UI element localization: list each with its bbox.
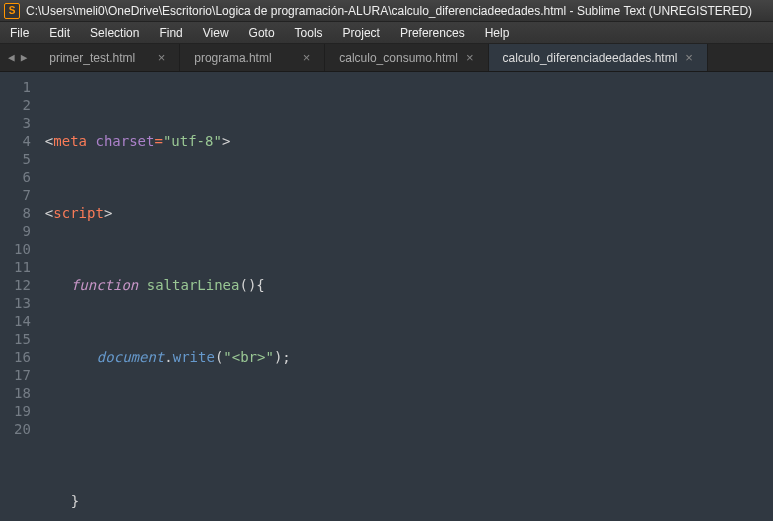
- tab-primer-test[interactable]: primer_test.html ×: [35, 44, 180, 71]
- tab-programa[interactable]: programa.html ×: [180, 44, 325, 71]
- code-line: function saltarLinea(){: [45, 276, 773, 294]
- menu-edit[interactable]: Edit: [39, 23, 80, 43]
- tabbar: ◀ ▶ primer_test.html × programa.html × c…: [0, 44, 773, 72]
- tab-calculo-diferencia[interactable]: calculo_diferenciadeedades.html ×: [489, 44, 708, 71]
- close-icon[interactable]: ×: [685, 50, 693, 65]
- code-line: }: [45, 492, 773, 510]
- menu-view[interactable]: View: [193, 23, 239, 43]
- close-icon[interactable]: ×: [466, 50, 474, 65]
- line-number: 1: [14, 78, 31, 96]
- line-number: 6: [14, 168, 31, 186]
- code-area[interactable]: <meta charset="utf-8"> <script> function…: [41, 72, 773, 521]
- line-number: 11: [14, 258, 31, 276]
- tab-label: programa.html: [194, 51, 294, 65]
- line-number: 5: [14, 150, 31, 168]
- menu-help[interactable]: Help: [475, 23, 520, 43]
- line-number: 18: [14, 384, 31, 402]
- code-line: <meta charset="utf-8">: [45, 132, 773, 150]
- line-number: 16: [14, 348, 31, 366]
- menu-preferences[interactable]: Preferences: [390, 23, 475, 43]
- line-number: 9: [14, 222, 31, 240]
- line-number: 20: [14, 420, 31, 438]
- titlebar: S C:\Users\meli0\OneDrive\Escritorio\Log…: [0, 0, 773, 22]
- line-number: 14: [14, 312, 31, 330]
- app-icon: S: [4, 3, 20, 19]
- line-number: 10: [14, 240, 31, 258]
- nav-forward-icon[interactable]: ▶: [21, 51, 28, 64]
- code-line: document.write("<br>");: [45, 348, 773, 366]
- line-number: 8: [14, 204, 31, 222]
- code-line: <script>: [45, 204, 773, 222]
- menu-find[interactable]: Find: [149, 23, 192, 43]
- close-icon[interactable]: ×: [303, 50, 311, 65]
- nav-arrows: ◀ ▶: [0, 44, 35, 71]
- code-line: [45, 420, 773, 438]
- line-number: 2: [14, 96, 31, 114]
- menu-selection[interactable]: Selection: [80, 23, 149, 43]
- tab-calculo-consumo[interactable]: calculo_consumo.html ×: [325, 44, 488, 71]
- menu-tools[interactable]: Tools: [285, 23, 333, 43]
- tab-label: calculo_consumo.html: [339, 51, 458, 65]
- menu-file[interactable]: File: [0, 23, 39, 43]
- close-icon[interactable]: ×: [158, 50, 166, 65]
- line-number: 12: [14, 276, 31, 294]
- gutter: 1234567891011121314151617181920: [0, 72, 41, 521]
- editor[interactable]: 1234567891011121314151617181920 <meta ch…: [0, 72, 773, 521]
- line-number: 7: [14, 186, 31, 204]
- tab-label: primer_test.html: [49, 51, 149, 65]
- line-number: 17: [14, 366, 31, 384]
- line-number: 3: [14, 114, 31, 132]
- menu-goto[interactable]: Goto: [239, 23, 285, 43]
- line-number: 13: [14, 294, 31, 312]
- line-number: 4: [14, 132, 31, 150]
- menubar: File Edit Selection Find View Goto Tools…: [0, 22, 773, 44]
- window-title: C:\Users\meli0\OneDrive\Escritorio\Logic…: [26, 4, 752, 18]
- line-number: 19: [14, 402, 31, 420]
- menu-project[interactable]: Project: [333, 23, 390, 43]
- line-number: 15: [14, 330, 31, 348]
- tab-label: calculo_diferenciadeedades.html: [503, 51, 678, 65]
- nav-back-icon[interactable]: ◀: [8, 51, 15, 64]
